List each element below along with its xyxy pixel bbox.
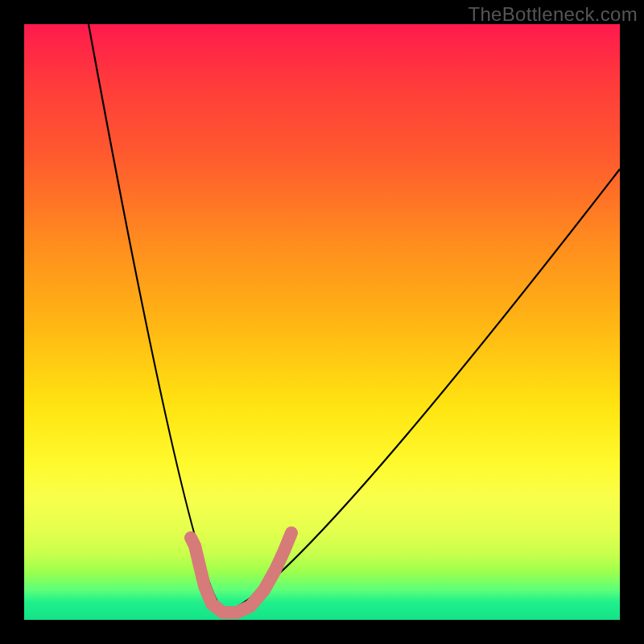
bottleneck-curve (89, 24, 620, 612)
curve-layer (24, 24, 620, 620)
plot-area (24, 24, 620, 620)
marker-band (191, 533, 291, 613)
watermark-text: TheBottleneck.com (468, 3, 638, 26)
chart-stage: TheBottleneck.com (0, 0, 644, 644)
